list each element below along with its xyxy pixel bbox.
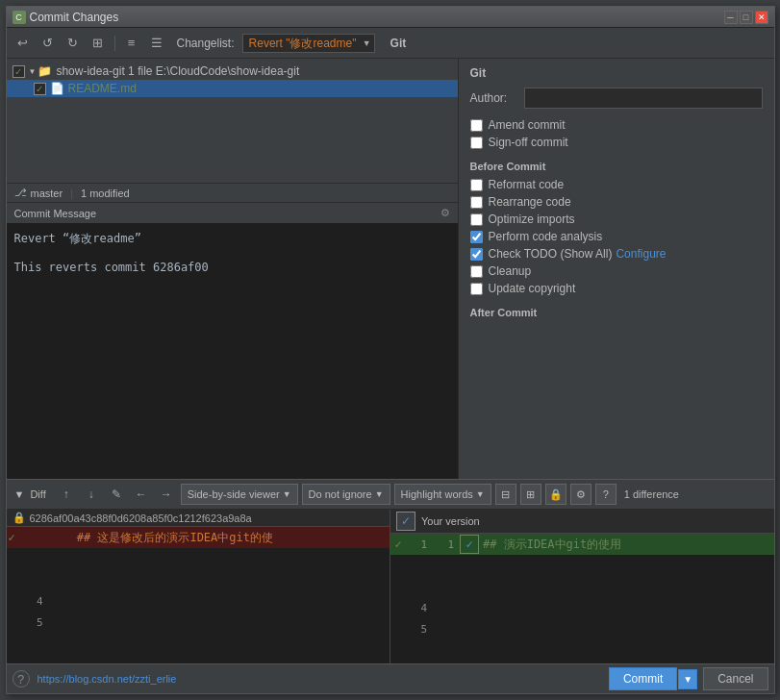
ignore-arrow-icon: ▼ [375, 489, 384, 499]
diff-line-4-right: 4 [390, 597, 774, 618]
commit-msg-textarea[interactable]: Revert “修改readme” This reverts commit 62… [7, 223, 458, 479]
optimize-imports-checkbox[interactable] [470, 213, 483, 226]
cleanup-checkbox[interactable] [470, 265, 483, 278]
refresh-button[interactable]: ↩ [13, 33, 34, 54]
rearrange-code-checkbox[interactable] [470, 196, 483, 209]
file-item[interactable]: 📄 README.md [7, 80, 458, 97]
settings-icon: ⚙ [440, 207, 450, 219]
diff-expand-btn[interactable]: ⊞ [520, 484, 541, 505]
diff-up-button[interactable]: ↑ [56, 484, 77, 505]
separator-1 [114, 36, 115, 51]
update-copyright-checkbox[interactable] [470, 283, 483, 295]
modified-count: 1 modified [81, 188, 130, 199]
title-bar: C Commit Changes ─ □ ✕ [7, 7, 774, 28]
rearrange-code-label[interactable]: Rearrange code [489, 195, 571, 209]
file-checkbox[interactable] [34, 83, 46, 95]
left-file-hash: 6286af00a43c88f0d6208a85f0c1212f623a9a8a [30, 512, 252, 524]
redo-button[interactable]: ↻ [63, 33, 84, 54]
expand-button[interactable]: ☰ [146, 33, 167, 54]
main-window: C Commit Changes ─ □ ✕ ↩ ↺ ↻ ⊞ ≡ ☰ Chang… [6, 6, 775, 694]
diff-forward-button[interactable]: → [156, 484, 177, 505]
reformat-code-checkbox[interactable] [470, 179, 483, 191]
commit-dropdown-button[interactable]: ▼ [678, 669, 697, 689]
diff-settings-btn[interactable]: ⚙ [570, 484, 591, 505]
reformat-code-label[interactable]: Reformat code [489, 178, 565, 191]
author-label: Author: [470, 91, 518, 105]
diff-header: ▼ Diff ↑ ↓ ✎ ← → Side-by-side viewer ▼ D… [7, 480, 774, 510]
sign-off-label[interactable]: Sign-off commit [489, 136, 568, 149]
your-version-label: Your version [421, 515, 480, 527]
diff-down-button[interactable]: ↓ [81, 484, 102, 505]
perform-analysis-label[interactable]: Perform code analysis [489, 230, 603, 243]
left-check-icon: ✓ [9, 531, 15, 544]
help-button[interactable]: ? [13, 670, 30, 688]
collapse-button[interactable]: ≡ [121, 33, 142, 54]
left-panel: ▼ 📁 show-idea-git 1 file E:\CloudCode\sh… [7, 59, 459, 479]
tree-root-item[interactable]: ▼ 📁 show-idea-git 1 file E:\CloudCode\sh… [7, 62, 458, 80]
root-checkbox[interactable] [13, 65, 25, 78]
branch-name: master [31, 188, 63, 199]
commit-button[interactable]: Commit [609, 667, 677, 690]
rearrange-code-row: Rearrange code [470, 195, 763, 209]
diff-edit-button[interactable]: ✎ [106, 484, 127, 505]
ignore-dropdown[interactable]: Do not ignore ▼ [302, 484, 390, 505]
before-commit-section: Before Commit [470, 161, 763, 172]
bottom-url: https://blog.csdn.net/zzti_erlie [38, 673, 609, 685]
highlight-dropdown[interactable]: Highlight words ▼ [394, 484, 491, 505]
amend-commit-checkbox[interactable] [470, 119, 483, 132]
left-line-content-1: ## 这是修改后的演示IDEA中git的使 [73, 530, 273, 546]
file-item-label: README.md [68, 82, 137, 95]
check-todo-label[interactable]: Check TODO (Show All) [489, 247, 613, 261]
maximize-button[interactable]: □ [740, 11, 753, 24]
right-checkbox[interactable]: ✓ [396, 512, 415, 531]
highlight-arrow-icon: ▼ [476, 489, 485, 499]
folder-icon: 📁 [38, 64, 52, 78]
perform-analysis-checkbox[interactable] [470, 231, 483, 243]
close-button[interactable]: ✕ [755, 11, 768, 24]
status-sep: | [70, 188, 73, 199]
diff-line-5-left: 5 [7, 612, 390, 633]
bottom-bar: ? https://blog.csdn.net/zzti_erlie Commi… [7, 663, 774, 693]
left-line-num-7: 4 [22, 595, 49, 608]
diff-line-2-right [390, 555, 774, 576]
file-tree: ▼ 📁 show-idea-git 1 file E:\CloudCode\sh… [7, 59, 458, 184]
cancel-button[interactable]: Cancel [703, 667, 767, 690]
cleanup-row: Cleanup [470, 264, 763, 278]
diff-triangle-icon: ▼ [14, 488, 25, 500]
right-panel: Git Author: Amend commit Sign-off commit… [459, 59, 774, 479]
diff-back-button[interactable]: ← [131, 484, 152, 505]
right-line-num-1: 1 [406, 538, 433, 551]
sign-off-checkbox[interactable] [470, 137, 483, 149]
diff-line-4-left: 4 [7, 590, 390, 612]
commit-btn-group: Commit ▼ Cancel [609, 667, 768, 690]
changelist-select[interactable]: Revert "修改readme" [242, 34, 375, 53]
author-input[interactable] [524, 88, 763, 109]
update-copyright-label[interactable]: Update copyright [489, 282, 576, 295]
check-todo-checkbox[interactable] [470, 248, 483, 261]
viewer-dropdown[interactable]: Side-by-side viewer ▼ [181, 484, 298, 505]
configure-link[interactable]: Configure [616, 247, 666, 261]
undo-button[interactable]: ↺ [38, 33, 59, 54]
root-item-label: show-idea-git 1 file E:\CloudCode\show-i… [56, 64, 299, 78]
diff-lock-btn[interactable]: 🔒 [545, 484, 566, 505]
diff-help-btn[interactable]: ? [595, 484, 616, 505]
optimize-imports-row: Optimize imports [470, 212, 763, 226]
diff-section: ▼ Diff ↑ ↓ ✎ ← → Side-by-side viewer ▼ D… [7, 479, 774, 663]
optimize-imports-label[interactable]: Optimize imports [489, 212, 575, 226]
expand-triangle-icon: ▼ [29, 67, 37, 76]
cleanup-label[interactable]: Cleanup [489, 264, 532, 278]
group-button[interactable]: ⊞ [88, 33, 109, 54]
highlight-label: Highlight words [401, 488, 473, 500]
commit-message-area: Commit Message ⚙ Revert “修改readme” This … [7, 203, 458, 479]
amend-commit-label[interactable]: Amend commit [489, 118, 566, 132]
diff-collapse-btn[interactable]: ⊟ [495, 484, 516, 505]
right-inline-checkbox[interactable]: ✓ [460, 535, 479, 554]
right-line-num-2: 1 [433, 538, 460, 551]
diff-line-3-left [7, 569, 390, 590]
changelist-label: Changelist: [177, 37, 235, 50]
window-icon: C [13, 11, 26, 24]
author-row: Author: [470, 88, 763, 109]
minimize-button[interactable]: ─ [724, 11, 738, 24]
after-commit-section: After Commit [470, 307, 763, 318]
left-line-num-9: 5 [22, 616, 49, 629]
